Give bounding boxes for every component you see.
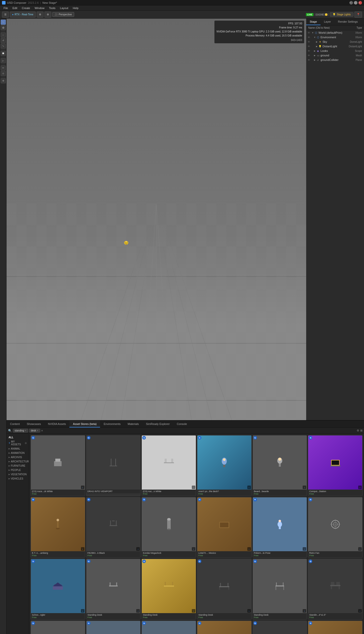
asset-download-14[interactable]: ↓	[192, 609, 195, 613]
close-btn[interactable]: ×	[358, 1, 362, 5]
asset-download-6[interactable]: ↓	[81, 547, 84, 551]
asset-download-2[interactable]: ↓	[192, 486, 195, 489]
tree-item-looks[interactable]: 👁 ▶ ◈ Looks Scope	[306, 49, 364, 53]
asset-item-23[interactable]: N ↓ Woode... props Free	[308, 621, 362, 634]
my-assets-settings-icon[interactable]: ⚙	[25, 442, 27, 445]
filter-tag-standing[interactable]: standing ×	[13, 429, 28, 432]
tree-item-world[interactable]: 👁 ▼ ⬡ World (defaultPrim) Xform	[306, 30, 364, 35]
tool-circle[interactable]: ⊙	[1, 71, 6, 76]
menu-edit[interactable]: Edit	[11, 6, 19, 10]
asset-download-12[interactable]: ↓	[81, 609, 84, 613]
filter-settings-icon[interactable]: ⚙	[357, 429, 359, 432]
sidebar-vehicles[interactable]: ▶VEHICLES	[7, 477, 29, 481]
tab-materials[interactable]: Materials	[124, 421, 143, 427]
asset-download-17[interactable]: ↓	[358, 609, 362, 613]
menu-layout[interactable]: Layout	[58, 6, 70, 10]
tab-simready[interactable]: SimReady Explorer	[142, 421, 173, 427]
asset-item-1[interactable]: N DRAG INTO VIEWPORT	[86, 435, 141, 496]
tree-item-ground[interactable]: 👁 ▶ ▭ ground Mesh	[306, 53, 364, 58]
scene-object[interactable]	[123, 240, 129, 245]
tab-environments[interactable]: Environments	[100, 421, 124, 427]
asset-item-2[interactable]: N ↓ (CS) Asc...n White Free	[142, 435, 196, 496]
expand-groundcollider[interactable]: ▶	[313, 58, 316, 61]
tree-item-environment[interactable]: 👁 ▼ ⬡ Environment Xform	[306, 35, 364, 39]
filter-tag-desk-close[interactable]: ×	[37, 429, 38, 432]
asset-item-17[interactable]: N ↓ Standin...4"x1.5" Free	[308, 559, 362, 620]
asset-item-14[interactable]: N ↓ Standing Desk Free	[142, 559, 196, 620]
asset-item-16[interactable]: N ↓ Standing Desk Free	[253, 559, 307, 620]
tool-move[interactable]: ↔	[1, 32, 6, 37]
clear-filters-btn[interactable]: ×	[41, 429, 43, 432]
asset-download-8[interactable]: ↓	[192, 547, 195, 551]
asset-item-4[interactable]: N ↓ Beard...bearde Free	[253, 435, 307, 496]
sidebar-animal[interactable]: ▶ANIMAL	[7, 447, 29, 451]
tab-asset-stores[interactable]: Asset Stores (beta)	[69, 421, 100, 427]
tab-render-settings[interactable]: Render Settings	[334, 19, 361, 25]
tool-settings[interactable]: ⚙	[1, 78, 6, 83]
eye-icon-world[interactable]: 👁	[307, 31, 311, 34]
tab-content[interactable]: Content	[7, 421, 23, 427]
hamburger-btn[interactable]: ☰	[2, 12, 9, 18]
asset-item-13[interactable]: N ↓ Standing Desk Free	[86, 559, 141, 620]
expand-ground[interactable]: ▶	[313, 54, 316, 57]
asset-download-13[interactable]: ↓	[136, 609, 140, 613]
asset-download-0[interactable]: ↓	[81, 486, 84, 489]
asset-item-5[interactable]: N ↓ Comput...Station Free	[308, 435, 362, 496]
asset-item-12[interactable]: N ↓ Schoo...ngler Free	[31, 559, 85, 620]
sidebar-vegetation[interactable]: ▶VEGETATION	[7, 472, 29, 477]
tab-stage[interactable]: Stage	[306, 19, 321, 25]
eye-icon-groundcollider[interactable]: 👁	[307, 58, 311, 62]
asset-item-21[interactable]: N ↓ Table or desktop Free	[197, 621, 252, 634]
asset-item-0[interactable]: N ↓ (CS) Asce...ck White Free	[31, 435, 85, 496]
asset-download-9[interactable]: ↓	[247, 547, 251, 551]
expand-distantlight[interactable]: ▶	[315, 45, 318, 48]
eye-icon-sky[interactable]: 👁	[307, 40, 311, 44]
asset-item-15[interactable]: N ↓ Standing Desk Free	[197, 559, 252, 620]
eye-icon-ground[interactable]: 👁	[307, 54, 311, 57]
tab-nvidia-assets[interactable]: NVIDIA Assets	[44, 421, 70, 427]
tree-item-sky[interactable]: 👁 ▶ ☀ Sky DomeLight	[306, 39, 364, 44]
sidebar-archvis[interactable]: ▶ARCHVIS	[7, 455, 29, 459]
tree-item-groundcollider[interactable]: 👁 ▶ ▱ groundCollider Plane	[306, 58, 364, 62]
asset-download-4[interactable]: ↓	[303, 486, 306, 489]
tool-rotate[interactable]: ↺	[1, 38, 6, 43]
asset-download-16[interactable]: ↓	[303, 609, 306, 613]
menu-tools[interactable]: Tools	[47, 6, 58, 10]
menu-create[interactable]: Create	[20, 6, 32, 10]
eye-icon-env[interactable]: 👁	[307, 35, 311, 39]
asset-download-3[interactable]: ↓	[247, 486, 251, 489]
asset-download-11[interactable]: ↓	[358, 547, 362, 551]
tool-rect[interactable]: 🔲	[1, 51, 6, 56]
asset-download-5[interactable]: ↓	[358, 486, 362, 489]
asset-item-19[interactable]: N ↓ Stela A...temala Free	[86, 621, 141, 634]
asset-download-10[interactable]: ↓	[303, 547, 306, 551]
sidebar-people[interactable]: ▶PEOPLE	[7, 468, 29, 472]
asset-item-6[interactable]: N ↓ E.T. A....amberg Free	[31, 497, 85, 558]
perspective-btn[interactable]: 🎥 Perspective	[52, 12, 74, 17]
live-badge[interactable]: LIVE	[306, 13, 313, 16]
sidebar-all[interactable]: ALL	[7, 435, 29, 440]
maximize-btn[interactable]: □	[354, 1, 357, 5]
sidebar-animation[interactable]: ▶ANIMATION	[7, 451, 29, 455]
menu-window[interactable]: Window	[33, 6, 47, 10]
asset-item-11[interactable]: N ↓ Retro Fan Free	[308, 497, 362, 558]
filter-tag-desk[interactable]: desk ×	[29, 429, 40, 432]
expand-env[interactable]: ▼	[313, 36, 316, 39]
asset-item-20[interactable]: N ↓ Stela A...temala Free	[142, 621, 196, 634]
asset-item-3[interactable]: N ↓ Aren't yo...the deck? Free	[197, 435, 252, 496]
asset-item-10[interactable]: N ↓ Pokern...le Pose Free	[253, 497, 307, 558]
asset-item-8[interactable]: N ↓ Kondai Megaclock Free	[142, 497, 196, 558]
tab-layer[interactable]: Layer	[321, 19, 335, 25]
asset-download-15[interactable]: ↓	[247, 609, 251, 613]
tool-add[interactable]: ⊕	[1, 25, 6, 30]
filter-tag-standing-close[interactable]: ×	[25, 429, 26, 432]
location-btn[interactable]: 📍	[354, 12, 362, 18]
menu-help[interactable]: Help	[71, 6, 81, 10]
tool-select[interactable]: ↖	[1, 20, 6, 25]
settings-btn1[interactable]: ⚙	[37, 12, 43, 18]
sidebar-architecture[interactable]: ▶ARCHITECTURE	[7, 459, 29, 464]
asset-item-7[interactable]: N ↓ FEZIBO...k Black Free	[86, 497, 141, 558]
asset-download-7[interactable]: ↓	[136, 547, 140, 551]
sidebar-furniture[interactable]: ▶FURNITURE	[7, 464, 29, 468]
settings-btn2[interactable]: ⚙	[44, 12, 51, 18]
